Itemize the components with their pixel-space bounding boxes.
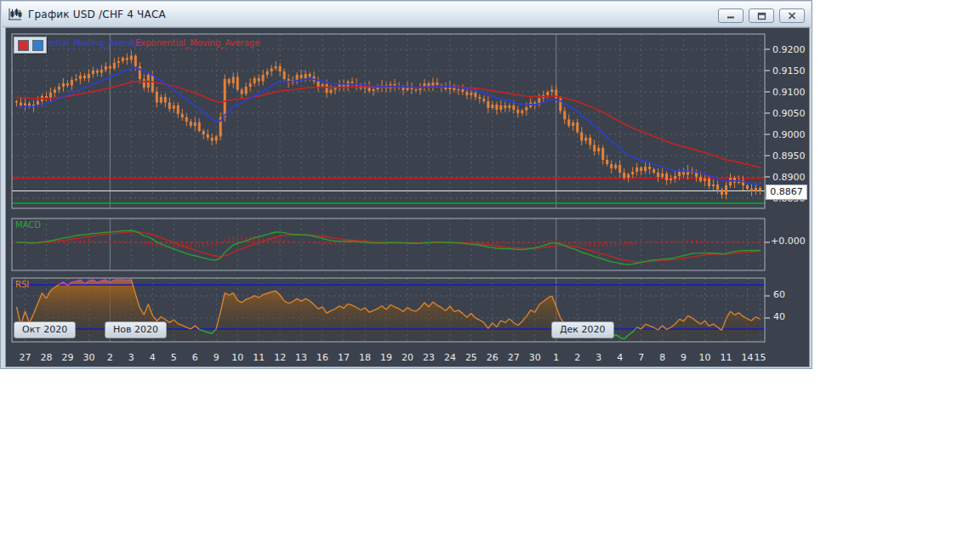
svg-text:17: 17 <box>338 352 350 363</box>
svg-text:13: 13 <box>295 352 307 363</box>
candlestick-chart-icon <box>8 8 22 20</box>
svg-text:2: 2 <box>574 352 580 363</box>
svg-text:4: 4 <box>150 352 156 363</box>
svg-text:0.9150: 0.9150 <box>772 65 806 77</box>
legend-chip <box>14 37 47 54</box>
svg-text:0.9050: 0.9050 <box>772 108 806 119</box>
rsi-indicator-label: RSI <box>15 280 29 290</box>
svg-text:20: 20 <box>402 352 413 363</box>
svg-text:28: 28 <box>40 352 52 363</box>
svg-text:0.9200: 0.9200 <box>772 44 806 55</box>
minimize-button[interactable] <box>718 9 744 23</box>
month-marker-nov[interactable]: Нов 2020 <box>105 321 167 338</box>
svg-text:15: 15 <box>755 352 766 363</box>
macd-series <box>12 230 765 264</box>
svg-text:9: 9 <box>214 352 219 363</box>
current-price-tag: 0.8867 <box>766 185 807 200</box>
month-marker-dec[interactable]: Дек 2020 <box>551 321 614 338</box>
slow-ema-legend-label: Exponential_Moving_Average <box>135 38 259 48</box>
svg-text:3: 3 <box>128 352 134 363</box>
candlestick-series <box>15 51 761 200</box>
horizontal-levels[interactable] <box>12 179 765 204</box>
svg-text:0.9000: 0.9000 <box>772 129 806 140</box>
svg-text:25: 25 <box>465 352 477 363</box>
svg-text:30: 30 <box>83 352 94 363</box>
close-icon <box>788 12 796 20</box>
window-title: График USD /CHF 4 ЧАСА <box>28 9 166 20</box>
svg-text:4: 4 <box>617 352 623 363</box>
month-marker-oct[interactable]: Окт 2020 <box>14 321 76 338</box>
svg-text:10: 10 <box>231 352 243 363</box>
title-bar[interactable]: График USD /CHF 4 ЧАСА <box>2 2 811 27</box>
panel-border <box>12 219 765 270</box>
svg-text:9: 9 <box>681 352 687 363</box>
slow-ema-color-swatch-button[interactable] <box>18 40 29 51</box>
svg-text:3: 3 <box>595 352 601 363</box>
rsi-tick-60: 60 <box>773 290 785 300</box>
svg-text:10: 10 <box>699 352 711 363</box>
panel-border <box>12 34 765 208</box>
svg-text:0.9100: 0.9100 <box>772 87 806 98</box>
restore-icon <box>757 12 766 20</box>
svg-text:0.8950: 0.8950 <box>772 151 806 162</box>
chart-window: График USD /CHF 4 ЧАСА 0.92000.91500.910… <box>0 0 812 369</box>
svg-text:18: 18 <box>359 352 371 363</box>
chart-client-area: 0.92000.91500.91000.90500.90000.89500.89… <box>5 27 810 367</box>
svg-text:23: 23 <box>423 352 435 363</box>
svg-text:5: 5 <box>171 352 177 363</box>
svg-text:27: 27 <box>508 352 520 363</box>
minimize-icon <box>726 12 736 20</box>
svg-text:19: 19 <box>380 352 392 363</box>
svg-text:27: 27 <box>19 352 31 363</box>
svg-text:11: 11 <box>721 352 732 363</box>
svg-text:24: 24 <box>444 352 456 363</box>
macd-indicator-label: MACD <box>15 220 41 230</box>
svg-text:7: 7 <box>638 352 644 363</box>
fast-ema-color-swatch-button[interactable] <box>32 40 43 51</box>
svg-text:14: 14 <box>742 352 754 363</box>
chart-canvas[interactable]: 0.92000.91500.91000.90500.90000.89500.89… <box>6 28 809 366</box>
svg-text:26: 26 <box>487 352 499 363</box>
window-controls <box>718 9 805 23</box>
svg-text:12: 12 <box>274 352 286 363</box>
svg-text:8: 8 <box>659 352 665 363</box>
svg-text:2: 2 <box>107 352 113 363</box>
fast-ema-legend-label: ential_Moving_Average <box>45 38 143 48</box>
svg-text:16: 16 <box>316 352 328 363</box>
svg-text:0.8900: 0.8900 <box>772 172 806 183</box>
rsi-tick-40: 40 <box>773 312 785 322</box>
svg-text:29: 29 <box>61 352 73 363</box>
restore-button[interactable] <box>749 9 774 23</box>
macd-zero-axis-label: +0.000 <box>771 236 806 247</box>
svg-text:30: 30 <box>529 352 541 363</box>
svg-text:6: 6 <box>192 352 198 363</box>
svg-text:11: 11 <box>253 352 265 363</box>
close-button[interactable] <box>779 9 805 23</box>
svg-text:1: 1 <box>553 352 559 363</box>
